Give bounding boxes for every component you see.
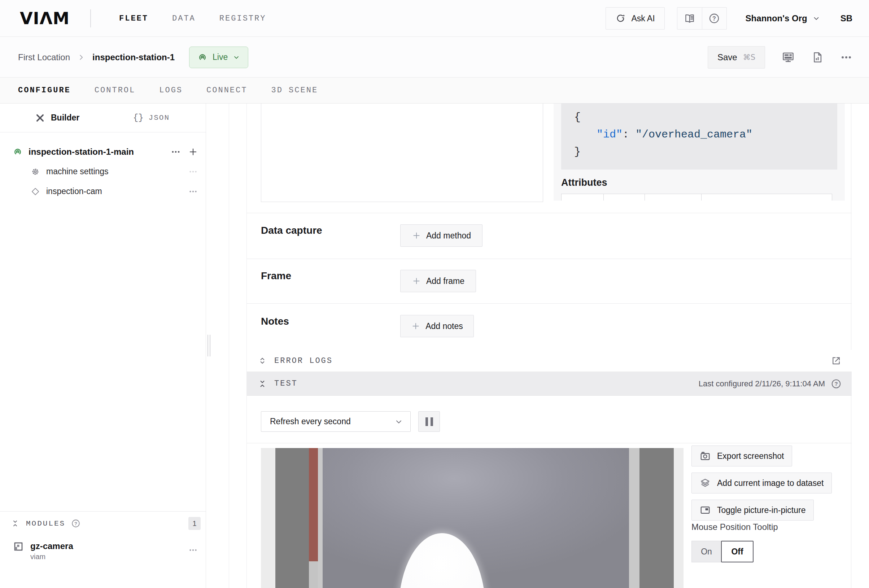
- nav-divider: [90, 9, 91, 27]
- user-avatar[interactable]: SB: [841, 13, 853, 24]
- layers-icon: [700, 478, 710, 489]
- ask-ai-button[interactable]: Ask AI: [605, 7, 664, 30]
- attributes-title: Attributes: [561, 177, 607, 188]
- save-label: Save: [718, 52, 737, 62]
- org-switcher[interactable]: Shannon's Org: [746, 13, 820, 24]
- json-code-block[interactable]: { "id": "/overhead_camera" }: [561, 104, 837, 170]
- test-section-header[interactable]: TEST Last configured 2/11/26, 9:11:04 AM…: [247, 372, 852, 396]
- section-divider: [247, 443, 852, 443]
- open-external-icon[interactable]: [831, 355, 842, 366]
- live-broadcast-icon: [197, 52, 208, 62]
- tree-root-machine-part[interactable]: inspection-station-1-main: [0, 142, 206, 161]
- help-button[interactable]: ?: [702, 7, 727, 29]
- config-detail-panel: { "id": "/overhead_camera" } Attributes …: [246, 104, 851, 588]
- code-key: "id": [596, 129, 623, 141]
- machine-monitor-icon[interactable]: [782, 51, 795, 64]
- modules-count-badge: 1: [188, 517, 201, 530]
- sidebar-item-inspection-cam[interactable]: inspection-cam: [0, 181, 206, 201]
- more-options-icon[interactable]: [840, 51, 853, 64]
- topnav-right: Ask AI ?: [605, 0, 853, 37]
- table-column-divider: [604, 194, 604, 201]
- toggle-pip-button[interactable]: Toggle picture-in-picture: [691, 500, 814, 521]
- add-method-button[interactable]: Add method: [400, 224, 482, 247]
- error-logs-title: ERROR LOGS: [274, 356, 333, 366]
- org-name: Shannon's Org: [746, 13, 807, 24]
- tooltip-on-button[interactable]: On: [691, 541, 721, 562]
- live-status-badge[interactable]: Live: [189, 46, 248, 68]
- pause-refresh-button[interactable]: [418, 411, 440, 432]
- docs-button[interactable]: [678, 7, 702, 29]
- add-frame-label: Add frame: [426, 276, 464, 286]
- chevron-right-icon: [77, 53, 85, 61]
- component-tree: inspection-station-1-main machine settin…: [0, 132, 206, 201]
- collapse-icon[interactable]: [258, 379, 267, 388]
- nav-item-registry[interactable]: REGISTRY: [219, 14, 266, 23]
- module-name: gz-camera: [30, 541, 187, 551]
- primary-nav: FLEET DATA REGISTRY: [119, 0, 266, 37]
- tab-connect[interactable]: CONNECT: [206, 86, 247, 95]
- add-frame-button[interactable]: Add frame: [400, 270, 476, 292]
- tab-control[interactable]: CONTROL: [95, 86, 135, 95]
- save-button[interactable]: Save ⌘S: [708, 46, 765, 68]
- breadcrumb-location[interactable]: First Location: [18, 52, 70, 62]
- modules-help-icon[interactable]: ?: [71, 519, 80, 528]
- frame-label: Frame: [261, 270, 291, 282]
- broadcast-icon: [13, 147, 23, 157]
- breadcrumb-machine-name: inspection-station-1: [92, 52, 175, 62]
- export-screenshot-button[interactable]: Export screenshot: [691, 446, 792, 467]
- section-divider: [247, 304, 852, 304]
- sidebar-item-machine-settings[interactable]: machine settings: [0, 161, 206, 181]
- add-to-dataset-button[interactable]: Add current image to dataset: [691, 472, 832, 493]
- component-editor-panel[interactable]: [261, 104, 543, 202]
- sidebar-resize-handle[interactable]: [208, 335, 211, 356]
- machine-tabs: CONFIGURE CONTROL LOGS CONNECT 3D SCENE: [0, 77, 869, 104]
- mouse-tooltip-label: Mouse Position Tooltip: [691, 522, 778, 532]
- panel-divider-line: [229, 104, 229, 588]
- inspection-cam-more-icon[interactable]: [187, 185, 199, 198]
- camera-icon: [700, 450, 710, 461]
- add-notes-label: Add notes: [426, 321, 463, 331]
- chevron-down-icon: [812, 15, 820, 22]
- machine-header-row: First Location inspection-station-1 Live: [0, 37, 869, 77]
- inspection-cam-label: inspection-cam: [46, 187, 187, 196]
- add-notes-button[interactable]: Add notes: [400, 315, 474, 337]
- json-mode-button[interactable]: {} JSON: [133, 113, 170, 123]
- toggle-pip-label: Toggle picture-in-picture: [717, 505, 805, 515]
- add-method-label: Add method: [426, 231, 471, 241]
- tree-root-label: inspection-station-1-main: [28, 147, 170, 157]
- root-more-options-icon[interactable]: [170, 146, 182, 158]
- last-configured-text: Last configured 2/11/26, 9:11:04 AM: [698, 379, 825, 388]
- data-capture-label: Data capture: [261, 225, 322, 236]
- plus-icon: [412, 276, 421, 286]
- plus-icon: [411, 321, 420, 331]
- module-more-icon[interactable]: [187, 544, 199, 556]
- nav-item-data[interactable]: DATA: [172, 14, 196, 23]
- viam-logo[interactable]: VIΛM: [20, 0, 70, 37]
- add-component-button[interactable]: [187, 146, 199, 158]
- modules-header[interactable]: MODULES ? 1: [0, 511, 206, 535]
- refresh-rate-select[interactable]: Refresh every second: [261, 411, 411, 432]
- add-to-dataset-label: Add current image to dataset: [717, 478, 823, 488]
- code-value: "/overhead_camera": [636, 129, 752, 141]
- error-logs-row[interactable]: ERROR LOGS: [247, 350, 852, 372]
- plus-icon: [412, 231, 421, 240]
- camera-stream-image: [261, 448, 684, 588]
- ask-ai-label: Ask AI: [631, 14, 655, 24]
- braces-icon: {}: [133, 113, 144, 123]
- tab-configure[interactable]: CONFIGURE: [18, 86, 71, 95]
- test-title: TEST: [274, 379, 298, 388]
- expand-icon[interactable]: [258, 356, 267, 366]
- builder-mode-button[interactable]: Builder: [35, 113, 79, 123]
- machine-settings-more-icon[interactable]: [187, 166, 199, 178]
- tab-logs[interactable]: LOGS: [159, 86, 182, 95]
- machine-settings-label: machine settings: [46, 167, 187, 176]
- tooltip-off-button[interactable]: Off: [721, 541, 753, 562]
- svg-text:?: ?: [74, 521, 77, 526]
- machine-report-icon[interactable]: [811, 51, 823, 64]
- attributes-table[interactable]: [561, 194, 832, 201]
- nav-item-fleet[interactable]: FLEET: [119, 14, 148, 23]
- module-item-gz-camera[interactable]: gz-camera viam: [0, 535, 206, 561]
- test-help-icon[interactable]: ?: [831, 378, 842, 389]
- svg-text:?: ?: [834, 381, 838, 387]
- tab-3d-scene[interactable]: 3D SCENE: [271, 86, 318, 95]
